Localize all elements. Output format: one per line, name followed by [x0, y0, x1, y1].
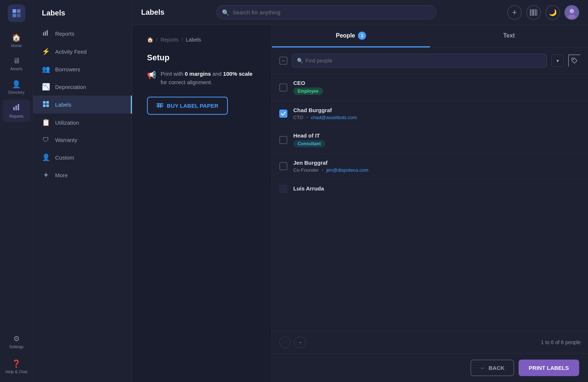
- main-nav: 🏠 Home 🖥 Assets 👤 Directory Reports ⚙ Se…: [0, 0, 33, 382]
- back-button-label: BACK: [488, 365, 504, 371]
- top-bar: Labels 🔍 + 🌙: [132, 0, 588, 25]
- sub-nav-item-label: More: [55, 172, 68, 178]
- assets-icon: 🖥: [13, 57, 20, 65]
- page-nav-buttons: ← →: [279, 336, 306, 348]
- people-list: CEO Employee: [272, 74, 588, 331]
- tab-text[interactable]: Text: [430, 25, 588, 47]
- pagination-text: 1 to 6 of 6 people: [541, 339, 581, 345]
- custom-icon: 👤: [42, 153, 50, 161]
- person-info: Head of IT Consultant: [293, 132, 581, 147]
- sub-nav-item-activity[interactable]: ⚡ Activity Feed: [33, 43, 132, 60]
- svg-rect-7: [43, 32, 44, 36]
- next-page-button[interactable]: →: [294, 336, 306, 348]
- person-checkbox[interactable]: [279, 162, 287, 170]
- svg-rect-13: [46, 104, 49, 107]
- sidebar-item-home[interactable]: 🏠 Home: [3, 29, 31, 51]
- utilization-icon: 📋: [42, 118, 50, 126]
- sub-nav-item-custom[interactable]: 👤 Custom: [33, 149, 132, 166]
- setup-hint-text: Print with 0 margins and 100% scale for …: [161, 70, 257, 86]
- sub-nav-item-label: Activity Feed: [55, 49, 87, 55]
- role-badge: Employee: [293, 88, 323, 95]
- prev-page-button[interactable]: ←: [279, 336, 291, 348]
- buy-label-button[interactable]: BUY LABEL PAPER: [147, 97, 228, 115]
- breadcrumb-reports[interactable]: Reports: [161, 37, 179, 43]
- sub-nav-item-borrowers[interactable]: 👥 Borrowers: [33, 60, 132, 78]
- back-button[interactable]: ← BACK: [470, 360, 514, 376]
- table-row[interactable]: Head of IT Consultant: [272, 126, 588, 154]
- svg-point-28: [573, 59, 574, 60]
- setup-title: Setup: [147, 53, 257, 63]
- svg-rect-19: [537, 9, 537, 16]
- table-row[interactable]: Jen Burggraf Co-Founder • jen@dispoteca.…: [272, 154, 588, 179]
- people-toolbar: − 🔍 ▾: [272, 48, 588, 74]
- tab-people[interactable]: People 1: [272, 25, 430, 47]
- person-meta: CTO • chad@assetbots.com: [293, 115, 581, 120]
- svg-rect-18: [535, 9, 536, 16]
- person-info: Chad Burggraf CTO • chad@assetbots.com: [293, 107, 581, 120]
- person-checkbox[interactable]: [279, 110, 287, 118]
- sidebar-item-assets[interactable]: 🖥 Assets: [3, 53, 31, 75]
- people-dropdown-button[interactable]: ▾: [551, 54, 564, 67]
- sidebar-item-settings[interactable]: ⚙ Settings: [3, 331, 31, 353]
- back-arrow-icon: ←: [480, 365, 485, 371]
- dark-mode-button[interactable]: 🌙: [545, 5, 560, 20]
- sub-nav-item-utilization[interactable]: 📋 Utilization: [33, 114, 132, 131]
- setup-panel: 🏠 / Reports / Labels Setup 📢 Print with …: [132, 25, 272, 382]
- borrowers-icon: 👥: [42, 65, 50, 73]
- nav-bottom: ⚙ Settings ❓ Help & Chat: [3, 331, 31, 378]
- sub-nav-item-labels[interactable]: Labels: [33, 96, 132, 114]
- sub-nav-item-reports[interactable]: Reports: [33, 25, 132, 43]
- svg-rect-15: [531, 9, 532, 16]
- sidebar-item-directory[interactable]: 👤 Directory: [3, 76, 31, 98]
- svg-rect-16: [533, 9, 534, 16]
- person-role: Co-Founder: [293, 167, 319, 173]
- sub-nav-title: Labels: [33, 6, 132, 25]
- breadcrumb-home[interactable]: 🏠: [147, 37, 153, 43]
- barcode-button[interactable]: [526, 5, 541, 20]
- labels-icon: [42, 100, 50, 109]
- svg-rect-4: [13, 107, 15, 110]
- tag-button[interactable]: [568, 54, 581, 67]
- table-row[interactable]: CEO Employee: [272, 74, 588, 101]
- help-icon: ❓: [12, 359, 21, 368]
- app-logo[interactable]: [8, 4, 25, 22]
- sub-nav-item-label: Warranty: [55, 137, 77, 143]
- sub-nav-item-depreciation[interactable]: 📉 Depreciation: [33, 78, 132, 96]
- person-name: CEO: [293, 80, 581, 86]
- sub-nav-item-more[interactable]: + More: [33, 166, 132, 184]
- sidebar-item-label: Directory: [8, 90, 24, 94]
- role-badge: Consultant: [293, 140, 325, 147]
- sidebar-item-label: Help & Chat: [6, 369, 27, 374]
- dot-separator: •: [306, 115, 308, 120]
- search-input[interactable]: [216, 5, 437, 19]
- sidebar-item-help[interactable]: ❓ Help & Chat: [3, 356, 31, 378]
- more-icon: +: [42, 171, 50, 179]
- people-search-wrap: 🔍: [292, 54, 547, 68]
- select-all-checkbox[interactable]: −: [279, 57, 287, 65]
- person-email[interactable]: chad@assetbots.com: [311, 115, 357, 120]
- avatar[interactable]: [564, 5, 579, 20]
- page-title: Labels: [141, 8, 178, 17]
- svg-rect-0: [12, 9, 16, 13]
- main-area: Labels 🔍 + 🌙: [132, 0, 588, 382]
- sidebar-item-label: Assets: [10, 67, 22, 71]
- table-row[interactable]: Luis Arruda: [272, 179, 588, 196]
- add-button[interactable]: +: [507, 5, 522, 20]
- person-checkbox[interactable]: [279, 83, 287, 92]
- person-checkbox[interactable]: [279, 136, 287, 144]
- people-panel: People 1 Text − 🔍: [272, 25, 588, 382]
- buy-label-button-label: BUY LABEL PAPER: [167, 103, 218, 109]
- table-row[interactable]: Chad Burggraf CTO • chad@assetbots.com: [272, 101, 588, 126]
- sub-nav-item-warranty[interactable]: 🛡 Warranty: [33, 131, 132, 149]
- person-meta: Co-Founder • jen@dispoteca.com: [293, 167, 581, 173]
- person-checkbox[interactable]: [279, 185, 287, 193]
- people-search-input[interactable]: [292, 54, 547, 68]
- people-badge: 1: [358, 32, 366, 40]
- breadcrumb-current: Labels: [186, 37, 201, 43]
- print-labels-button[interactable]: PRINT LABELS: [519, 360, 579, 376]
- person-name: Chad Burggraf: [293, 107, 581, 113]
- sidebar-item-reports[interactable]: Reports: [3, 100, 31, 122]
- reports-icon: [13, 103, 20, 113]
- checkbox-icon: −: [282, 58, 285, 64]
- person-email[interactable]: jen@dispoteca.com: [326, 167, 368, 173]
